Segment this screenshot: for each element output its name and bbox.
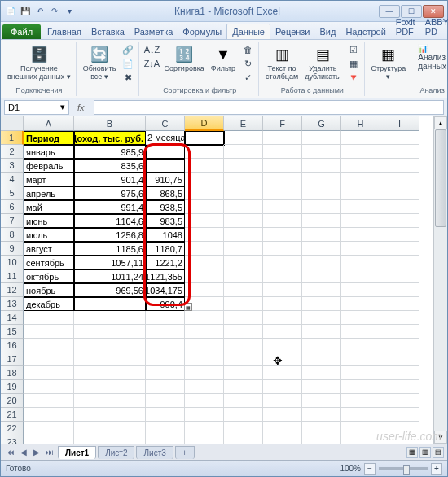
cell-a14[interactable] [24,311,74,325]
cell-a20[interactable] [24,394,74,408]
cell-h18[interactable] [341,366,380,380]
row-header-21[interactable]: 21 [1,408,24,422]
cell-a4[interactable]: март [24,173,74,186]
cell-i11[interactable] [380,269,419,283]
cell-i9[interactable] [380,242,419,256]
cell-i19[interactable] [380,380,419,394]
scroll-up-icon[interactable]: ▲ [434,116,447,129]
cell-i10[interactable] [380,256,419,269]
cell-a15[interactable] [24,325,74,339]
cell-e1[interactable] [224,131,263,145]
cell-f15[interactable] [263,325,302,339]
cell-e12[interactable] [224,283,263,297]
cell-f5[interactable] [263,186,302,200]
cell-h17[interactable] [341,352,380,366]
cell-a13[interactable]: декабрь [24,297,74,311]
cell-d4[interactable] [185,173,224,186]
cell-g6[interactable] [302,200,341,214]
cell-h21[interactable] [341,408,380,422]
cell-a6[interactable]: май [24,200,74,214]
cell-d17[interactable] [185,352,224,366]
row-header-22[interactable]: 22 [1,422,24,435]
connections-button[interactable]: 🔗 [121,43,135,56]
cell-i2[interactable] [380,145,419,159]
cell-d20[interactable] [185,394,224,408]
cell-d2[interactable] [185,145,224,159]
sort-button[interactable]: 🔢 Сортировка [162,43,205,75]
cell-c6[interactable]: 938,5 [146,200,185,214]
tab-foxit[interactable]: Foxit PDF [391,15,420,39]
cell-c10[interactable]: 1221,2 [146,256,185,269]
advanced-button[interactable]: ✓ [240,71,255,84]
cell-g17[interactable] [302,352,341,366]
cell-c8[interactable]: 1048 [146,228,185,242]
sheet-tab-2[interactable]: Лист2 [98,446,134,459]
zoom-level[interactable]: 100% [340,464,361,473]
cell-g20[interactable] [302,394,341,408]
cell-d18[interactable] [185,366,224,380]
validation-button[interactable]: ☑ [346,43,361,56]
cell-h23[interactable] [341,435,380,444]
cell-b17[interactable] [74,352,146,366]
cell-e19[interactable] [224,380,263,394]
cell-b9[interactable]: 1185,6 [74,242,146,256]
cell-a2[interactable]: январь [24,145,74,159]
cell-g11[interactable] [302,269,341,283]
cell-i4[interactable] [380,173,419,186]
cell-f18[interactable] [263,366,302,380]
cell-e4[interactable] [224,173,263,186]
cell-a1[interactable]: Период [24,131,74,145]
data-analysis-button[interactable]: 📊 Анализ данных [416,43,447,72]
row-header-4[interactable]: 4 [1,173,24,186]
cell-g3[interactable] [302,159,341,173]
cell-e21[interactable] [224,408,263,422]
cell-c12[interactable]: 1034,175 [146,283,185,297]
cell-h9[interactable] [341,242,380,256]
whatif-button[interactable]: 🔻 [346,71,361,84]
filter-button[interactable]: ▼ Фильтр [209,43,237,75]
cell-d19[interactable] [185,380,224,394]
cell-f22[interactable] [263,422,302,435]
sort-za-button[interactable]: Z↓A [144,57,159,70]
cell-i6[interactable] [380,200,419,214]
first-sheet-icon[interactable]: ⏮ [4,448,17,457]
cell-i17[interactable] [380,352,419,366]
zoom-slider[interactable] [379,467,428,470]
scroll-thumb[interactable] [435,129,446,227]
zoom-out-button[interactable]: − [364,463,376,475]
tab-abbyy[interactable]: ABBYY PD [420,15,448,39]
cell-i1[interactable] [380,131,419,145]
cell-g4[interactable] [302,173,341,186]
cell-g2[interactable] [302,145,341,159]
cell-d6[interactable] [185,200,224,214]
sort-az-button[interactable]: A↓Z [144,43,159,56]
cell-h7[interactable] [341,214,380,228]
cell-a12[interactable]: ноябрь [24,283,74,297]
cell-b8[interactable]: 1256,8 [74,228,146,242]
cell-a17[interactable] [24,352,74,366]
cell-a19[interactable] [24,380,74,394]
cell-c14[interactable] [146,311,185,325]
cell-e18[interactable] [224,366,263,380]
cell-c17[interactable] [146,352,185,366]
cell-h11[interactable] [341,269,380,283]
cell-d9[interactable] [185,242,224,256]
cell-d22[interactable] [185,422,224,435]
row-header-2[interactable]: 2 [1,145,24,159]
cell-e5[interactable] [224,186,263,200]
col-header-a[interactable]: A [24,116,74,131]
cell-e3[interactable] [224,159,263,173]
cell-c7[interactable]: 983,5 [146,214,185,228]
zoom-in-button[interactable]: + [431,463,442,475]
cell-e20[interactable] [224,394,263,408]
cell-f2[interactable] [263,145,302,159]
cell-c16[interactable] [146,339,185,352]
cell-i14[interactable] [380,311,419,325]
cell-e15[interactable] [224,325,263,339]
cell-h3[interactable] [341,159,380,173]
row-header-13[interactable]: 13 [1,297,24,311]
properties-button[interactable]: 📄 [121,57,135,70]
name-box[interactable]: D1▾ [4,100,69,115]
col-header-i[interactable]: I [380,116,419,131]
cell-a9[interactable]: август [24,242,74,256]
